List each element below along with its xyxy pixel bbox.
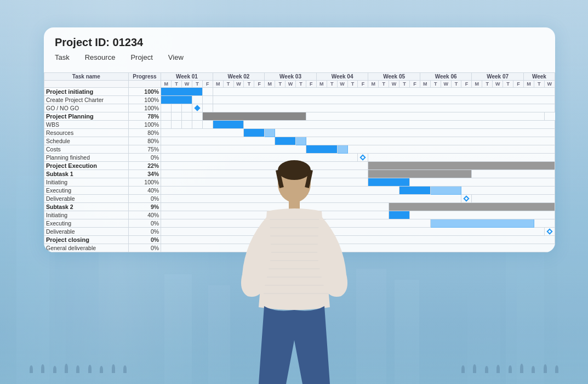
task-progress: 0% <box>128 219 161 228</box>
table-row: Project initiating 100% <box>44 88 555 96</box>
task-name: Subtask 1 <box>44 170 129 178</box>
person-silhouette <box>234 154 355 384</box>
svg-rect-1 <box>289 199 300 210</box>
week-header-row: Task name Progress Week 01 Week 02 Week … <box>44 73 555 81</box>
menu-task[interactable]: Task <box>55 53 70 61</box>
task-name: Deliverable <box>44 195 129 203</box>
task-name: Create Project Charter <box>44 96 129 104</box>
table-row: Project Planning 78% <box>44 112 555 121</box>
task-progress: 40% <box>128 211 161 219</box>
week-02-header: Week 02 <box>213 73 265 81</box>
task-progress: 78% <box>128 112 161 121</box>
task-progress: 75% <box>128 145 161 154</box>
menu-bar: Task Resource Project View <box>55 53 544 61</box>
table-row: GO / NO GO 100% <box>44 104 555 112</box>
table-row: Costs 75% <box>44 145 555 154</box>
week-05-header: Week 05 <box>368 73 420 81</box>
task-progress: 100% <box>128 96 161 104</box>
task-progress: 0% <box>128 236 161 244</box>
task-name: Resources <box>44 129 129 137</box>
svg-point-2 <box>278 160 311 180</box>
week-04-header: Week 04 <box>316 73 368 81</box>
day-header-row: M T W T F M T W T F M T W T F <box>44 81 555 88</box>
task-name: Project Execution <box>44 162 129 170</box>
task-progress: 40% <box>128 187 161 195</box>
task-progress: 80% <box>128 129 161 137</box>
task-progress: 100% <box>128 178 161 187</box>
task-name: Executing <box>44 187 129 195</box>
task-name: General deliverable <box>44 244 129 252</box>
task-name: Executing <box>44 219 129 228</box>
task-progress: 22% <box>128 162 161 170</box>
week-01-header: Week 01 <box>161 73 213 81</box>
task-progress: 0% <box>128 154 161 162</box>
task-name: Project Planning <box>44 112 129 121</box>
task-progress: 0% <box>128 244 161 252</box>
table-row: Schedule 80% <box>44 137 555 145</box>
task-name: Schedule <box>44 137 129 145</box>
table-row: WBS 100% <box>44 121 555 129</box>
task-name: WBS <box>44 121 129 129</box>
task-progress: 100% <box>128 121 161 129</box>
week-07-header: Week 07 <box>472 73 524 81</box>
task-name: Subtask 2 <box>44 203 129 211</box>
menu-view[interactable]: View <box>168 53 184 61</box>
task-name: Initiating <box>44 178 129 187</box>
task-name: Costs <box>44 145 129 154</box>
week-06-header: Week 06 <box>420 73 472 81</box>
table-row: Create Project Charter 100% <box>44 96 555 104</box>
col-taskname-header: Task name <box>44 73 129 81</box>
task-name: Project initiating <box>44 88 129 96</box>
task-name: Project closing <box>44 236 129 244</box>
task-name: Initiating <box>44 211 129 219</box>
task-progress: 0% <box>128 228 161 236</box>
week-03-header: Week 03 <box>265 73 317 81</box>
col-progress-header: Progress <box>128 73 161 81</box>
week-partial-header: Week <box>523 73 555 81</box>
task-progress: 34% <box>128 170 161 178</box>
task-progress: 0% <box>128 195 161 203</box>
task-progress: 100% <box>128 88 161 96</box>
task-name: GO / NO GO <box>44 104 129 112</box>
task-name: Deliverable <box>44 228 129 236</box>
menu-resource[interactable]: Resource <box>85 53 116 61</box>
task-progress: 80% <box>128 137 161 145</box>
project-id: Project ID: 01234 <box>55 36 544 49</box>
menu-project[interactable]: Project <box>130 53 152 61</box>
task-name: Planning finished <box>44 154 129 162</box>
table-row: Resources 80% <box>44 129 555 137</box>
task-progress: 9% <box>128 203 161 211</box>
task-progress: 100% <box>128 104 161 112</box>
